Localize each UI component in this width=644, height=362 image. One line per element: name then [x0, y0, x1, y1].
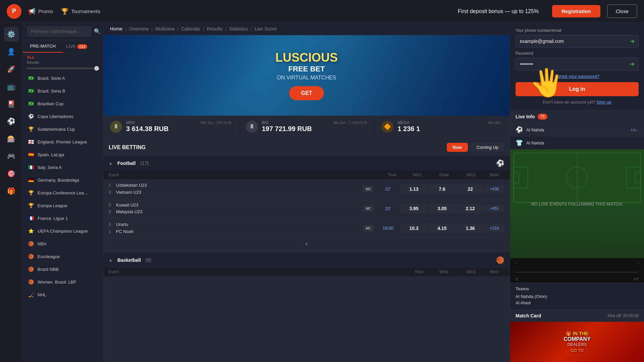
nav-statistics[interactable]: Statistics [229, 26, 248, 32]
nav-results[interactable]: Results [207, 26, 223, 32]
nav-item-label: Euroleague [38, 254, 60, 259]
match-card-label: Match Card [516, 313, 541, 318]
win2-odds-row1[interactable]: 22 [457, 184, 484, 194]
nav-item-brazil-nbb[interactable]: 🏀 Brazil NBB [23, 263, 103, 276]
nav-item-women-brazil-lbf[interactable]: 🏀 Women. Brazil. LBF [23, 276, 103, 288]
sidebar-item-rocket[interactable]: 🚀 [4, 62, 19, 76]
basketball-icon: 🏀 [496, 256, 504, 264]
live-match-item-2[interactable]: 👕 Al Nahda [510, 136, 644, 149]
nav-live-score[interactable]: Live Score [255, 26, 277, 32]
coming-up-button[interactable]: Coming Up [471, 143, 504, 152]
sidebar-item-settings[interactable]: ⚙️ [4, 27, 19, 42]
show-more-football[interactable]: ▾ [103, 238, 510, 250]
now-button[interactable]: Now [447, 143, 468, 152]
nav-item-nba[interactable]: 🏀 NBA [23, 237, 103, 250]
nav-item-spain-laliga[interactable]: 🇪🇸 Spain. LaLiga [23, 148, 103, 161]
promo-label: Promo [38, 8, 53, 14]
brazil-nbb-flag: 🏀 [28, 266, 34, 273]
no-live-message: NO LIVE EVENTS FOLLOWING THIS MATCH. [524, 195, 630, 213]
timeline-0: 0 [516, 277, 518, 281]
live-betting-controls: Now Coming Up [447, 143, 504, 152]
sidebar-item-tv[interactable]: 📺 [4, 79, 19, 94]
nav-item-brazilian-cup[interactable]: 🇧🇷 Brazilian Cup [23, 97, 103, 110]
icon-sidebar: ⚙️ 👤 🚀 📺 🎴 ⚽ 🎰 🎮 🎯 🎁 [0, 23, 23, 362]
jackpot-mega-minbet: Min Bet : [488, 121, 503, 125]
win1-odds-row3[interactable]: 10.3 [400, 224, 427, 233]
sidebar-item-user[interactable]: 👤 [4, 44, 19, 59]
login-email-input[interactable] [516, 35, 639, 48]
live-match-name-2: Al Nahda [526, 140, 544, 145]
close-button[interactable]: Close [607, 4, 637, 18]
col-draw-header: Draw [431, 173, 458, 177]
search-input[interactable] [27, 26, 91, 37]
banner-get-button[interactable]: GET [289, 86, 324, 100]
draw-odds-row2[interactable]: 3.05 [429, 204, 455, 213]
sidebar-item-cards[interactable]: 🎴 [4, 97, 19, 111]
login-button[interactable]: Log in [516, 82, 639, 96]
football-header[interactable]: ▲ Football (17) ⚽ [103, 156, 510, 171]
more-btn-row3[interactable]: +218 [484, 225, 504, 232]
win2-odds-row3[interactable]: 1.36 [457, 224, 484, 233]
login-password-input[interactable] [516, 58, 639, 70]
main-content: Home | Overview | Multiview | Calendar |… [103, 23, 510, 362]
nav-home[interactable]: Home [110, 26, 122, 32]
nav-section-all: ALL Results [23, 53, 103, 66]
nav-item-italy-seria-a[interactable]: 🇮🇹 Italy. Seria A [23, 161, 103, 174]
logo[interactable]: P [7, 4, 21, 19]
nav-item-euroleague[interactable]: 🏀 Euroleague [23, 250, 103, 263]
nav-item-france-ligue1[interactable]: 🇫🇷 France. Ligue 1 [23, 212, 103, 225]
password-arrow-icon: ➜ [630, 60, 635, 68]
draw-odds-row3[interactable]: 4.15 [429, 224, 455, 233]
live-info-bar: Live Info 76 [510, 110, 644, 123]
nav-item-sudamericana[interactable]: 🏆 Sudamericana Cup [23, 123, 103, 135]
win2-odds-row2[interactable]: 2.12 [457, 204, 484, 213]
draw-odds-row1[interactable]: 7.6 [429, 184, 455, 194]
sidebar-item-games[interactable]: 🎮 [4, 149, 19, 164]
banner-description: ON VIRTUAL MATCHES [275, 75, 338, 81]
sidebar-item-gift[interactable]: 🎁 [4, 184, 19, 198]
forgot-password-link[interactable]: Forgot your password? [516, 74, 639, 79]
nav-item-germany-bundesliga[interactable]: 🇩🇪 Germany. Bundesliga [23, 174, 103, 186]
score-left: - [516, 260, 517, 265]
register-button[interactable]: Registration [552, 5, 600, 17]
promo-nav-item[interactable]: 📢 Promo [28, 8, 53, 15]
nav-overview[interactable]: Overview [129, 26, 149, 32]
live-match-item-1[interactable]: ⚽ Al Nahda Liv... [510, 123, 644, 136]
all-label[interactable]: ALL [27, 55, 99, 60]
win1-odds-row1[interactable]: 1.13 [400, 184, 427, 194]
nav-item-brazil-serie-a[interactable]: 🇧🇷 Brazil. Serie A [23, 72, 103, 84]
jackpot-mega-info: MEGA Min Bet : 1 236 1 [397, 120, 503, 133]
tab-live[interactable]: LIVE 233 [63, 40, 103, 53]
nav-item-champions-league[interactable]: ⭐ UEFA Champions League [23, 225, 103, 237]
jackpot-big-name: BIG Min Bet : 1 400 RUB [262, 120, 367, 125]
win1-odds-row2[interactable]: 3.95 [400, 204, 427, 213]
signup-link[interactable]: Sign up [597, 100, 611, 105]
sidebar-item-sports[interactable]: ⚽ [4, 114, 19, 129]
jackpot-mini[interactable]: ⏸ MINI Min Bet : 250 RUB 3 614.38 RUB [103, 116, 238, 137]
more-btn-row1[interactable]: +430 [484, 185, 504, 193]
teams-section: Teams Al Nahda (Omn) Al Ahed [510, 283, 644, 309]
nav-item-nhl[interactable]: 🏒 NHL [23, 288, 103, 301]
search-icon: 🔍 [94, 28, 101, 35]
more-btn-row2[interactable]: +451 [484, 205, 504, 212]
slider-thumb[interactable] [94, 66, 99, 71]
jackpot-big[interactable]: ⏸ BIG Min Bet : 1 400 RUB 197 721.99 RUB [239, 116, 374, 137]
sidebar-item-circle[interactable]: 🎯 [4, 166, 19, 181]
jackpot-mega[interactable]: 🔶 MEGA Min Bet : 1 236 1 [375, 116, 510, 137]
nav-item-europa-conference[interactable]: 🏆 Europa Conference Lea... [23, 186, 103, 199]
banner-subtitle: FREE BET [275, 65, 338, 73]
match-preview: NO LIVE EVENTS FOLLOWING THIS MATCH. - -… [510, 149, 644, 283]
nav-item-england-pl[interactable]: 🏴󠁧󠁢󠁥󠁮󠁧󠁿 England. Premier League [23, 135, 103, 148]
tab-prematch[interactable]: PRE-MATCH [23, 40, 63, 53]
content-nav: Home | Overview | Multiview | Calendar |… [103, 23, 510, 35]
nav-item-europa-league[interactable]: 🏆 Europa League [23, 199, 103, 212]
tournaments-nav-item[interactable]: 🏆 Tournaments [61, 8, 100, 15]
nav-item-brazil-seria-b[interactable]: 🇧🇷 Brazil. Seria B [23, 84, 103, 97]
time-row2: 22' [376, 206, 400, 211]
sidebar-item-casino[interactable]: 🎰 [4, 131, 19, 146]
nav-multiview[interactable]: Multiview [155, 26, 175, 32]
nav-item-copa-libertadores[interactable]: ⚽ Copa Libertadores [23, 110, 103, 123]
basketball-header[interactable]: ▲ Basketball (9) 🏀 [103, 253, 510, 267]
nav-calendar[interactable]: Calendar [181, 26, 200, 32]
login-arrow-icon: ➜ [630, 38, 635, 45]
